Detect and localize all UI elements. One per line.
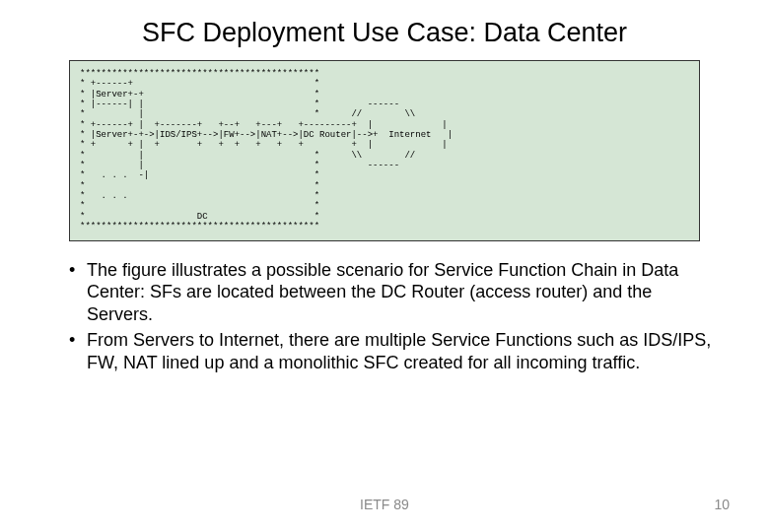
footer-center: IETF 89 [0, 497, 769, 512]
slide: SFC Deployment Use Case: Data Center ***… [0, 0, 769, 532]
bullet-item: From Servers to Internet, there are mult… [69, 329, 720, 373]
ascii-diagram-container: ****************************************… [69, 60, 700, 241]
footer-page-number: 10 [714, 497, 730, 512]
bullet-list: The figure illustrates a possible scenar… [39, 259, 730, 374]
ascii-diagram: ****************************************… [80, 69, 689, 233]
bullet-item: The figure illustrates a possible scenar… [69, 259, 720, 326]
slide-title: SFC Deployment Use Case: Data Center [39, 18, 730, 48]
